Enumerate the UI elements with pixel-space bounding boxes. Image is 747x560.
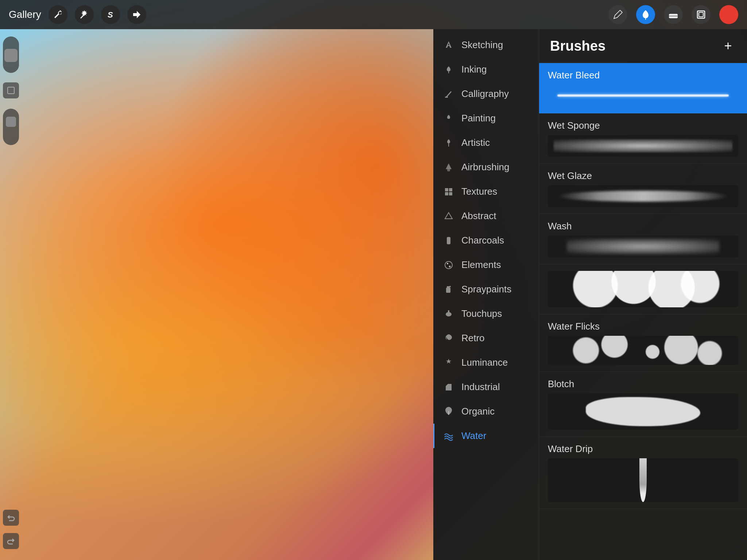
brush-item-water-flicks[interactable]: Water Flicks [539, 314, 747, 372]
svg-rect-11 [449, 188, 452, 191]
category-item-water[interactable]: Water [433, 424, 539, 448]
abstract-icon [443, 211, 454, 221]
brush-preview-water-drip [548, 458, 738, 502]
brush-item-water-bleed[interactable]: Water Bleed [539, 63, 747, 113]
svg-rect-15 [447, 237, 450, 244]
artistic-icon [443, 138, 454, 148]
svg-rect-25 [449, 387, 451, 388]
category-item-artistic[interactable]: Artistic [433, 131, 539, 155]
brush-preview-wet-sponge [548, 135, 738, 157]
brush-tool-button[interactable] [608, 5, 627, 24]
brush-preview-splatter [548, 271, 738, 307]
stroke-wash [567, 239, 719, 254]
selection-button[interactable]: S [101, 5, 120, 24]
category-label-spraypaints: Spraypaints [461, 284, 511, 295]
brush-name-water-drip: Water Drip [548, 443, 738, 455]
selection-icon: S [105, 9, 116, 20]
brush-preview-water-flicks [548, 336, 738, 365]
brush-preview-blotch [548, 393, 738, 430]
eraser-icon [667, 9, 679, 20]
svg-rect-23 [448, 310, 449, 313]
gallery-button[interactable]: Gallery [9, 9, 41, 20]
category-label-textures: Textures [461, 186, 497, 197]
svg-rect-13 [449, 192, 452, 195]
category-label-organic: Organic [461, 406, 495, 417]
brush-item-wash[interactable]: Wash [539, 214, 747, 264]
calligraphy-icon [443, 89, 454, 99]
ink-pen-icon [640, 9, 651, 20]
category-item-organic[interactable]: Organic [433, 399, 539, 424]
svg-rect-9 [448, 169, 450, 171]
svg-marker-8 [446, 163, 452, 169]
category-label-calligraphy: Calligraphy [461, 88, 509, 100]
brush-item-wet-sponge[interactable]: Wet Sponge [539, 113, 747, 164]
airbrushing-icon [443, 163, 454, 172]
stroke-splatter [548, 271, 738, 307]
category-item-painting[interactable]: Painting [433, 106, 539, 131]
opacity-slider[interactable] [3, 36, 19, 73]
category-item-elements[interactable]: Elements [433, 253, 539, 277]
category-item-abstract[interactable]: Abstract [433, 204, 539, 228]
stroke-wet-glaze [557, 191, 729, 202]
touchups-icon [443, 309, 454, 319]
svg-point-17 [447, 263, 448, 264]
undo-icon [7, 514, 15, 522]
brush-item-wet-glaze[interactable]: Wet Glaze [539, 164, 747, 214]
brush-panel: Sketching Inking Calligraphy [433, 29, 747, 560]
category-item-touchups[interactable]: Touchups [433, 302, 539, 326]
brush-item-splatter[interactable] [539, 264, 747, 314]
undo-button[interactable] [3, 510, 19, 526]
redo-button[interactable] [3, 533, 19, 549]
size-thumb [6, 117, 16, 127]
elements-icon [443, 260, 454, 270]
luminance-icon [443, 358, 454, 368]
brush-name-water-bleed: Water Bleed [548, 70, 738, 81]
category-item-charcoals[interactable]: Charcoals [433, 228, 539, 253]
category-item-luminance[interactable]: Luminance [433, 350, 539, 375]
svg-point-16 [445, 261, 452, 269]
brush-name-wet-sponge: Wet Sponge [548, 120, 738, 131]
magic-wand-button[interactable] [75, 5, 94, 24]
category-label-luminance: Luminance [461, 357, 508, 368]
brush-name-blotch: Blotch [548, 378, 738, 390]
category-label-charcoals: Charcoals [461, 235, 504, 246]
brush-item-water-drip[interactable]: Water Drip [539, 437, 747, 509]
svg-rect-5 [8, 87, 14, 94]
brush-name-water-flicks: Water Flicks [548, 321, 738, 332]
transform-icon [132, 9, 142, 20]
category-item-retro[interactable]: Retro [433, 326, 539, 350]
stroke-water-drip [639, 458, 647, 502]
layers-icon [695, 9, 707, 20]
eraser-button[interactable] [664, 5, 683, 24]
spraypaints-icon [443, 285, 454, 294]
water-icon [443, 431, 454, 441]
square-tool-button[interactable] [3, 82, 19, 98]
sketching-icon [443, 40, 454, 50]
category-item-textures[interactable]: Textures [433, 179, 539, 204]
category-item-spraypaints[interactable]: Spraypaints [433, 277, 539, 302]
category-label-industrial: Industrial [461, 381, 500, 393]
svg-rect-4 [699, 12, 703, 17]
svg-text:S: S [108, 10, 113, 19]
inking-icon [443, 65, 454, 74]
stroke-wet-sponge [554, 139, 733, 152]
category-item-airbrushing[interactable]: Airbrushing [433, 155, 539, 179]
category-item-sketching[interactable]: Sketching [433, 33, 539, 57]
category-label-touchups: Touchups [461, 308, 502, 319]
category-item-calligraphy[interactable]: Calligraphy [433, 82, 539, 106]
magic-wand-icon [79, 9, 89, 20]
category-label-sketching: Sketching [461, 39, 503, 51]
undo-redo-group [3, 506, 19, 549]
layers-button[interactable] [692, 5, 711, 24]
transform-button[interactable] [127, 5, 146, 24]
color-swatch[interactable] [719, 5, 738, 24]
add-brush-button[interactable]: + [720, 38, 736, 54]
category-item-industrial[interactable]: Industrial [433, 375, 539, 399]
pen-icon [612, 9, 624, 20]
wrench-button[interactable] [49, 5, 67, 24]
category-label-artistic: Artistic [461, 137, 490, 148]
category-item-inking[interactable]: Inking [433, 57, 539, 82]
size-slider[interactable] [3, 109, 19, 145]
ink-pen-button[interactable] [636, 5, 655, 24]
brush-item-blotch[interactable]: Blotch [539, 372, 747, 437]
